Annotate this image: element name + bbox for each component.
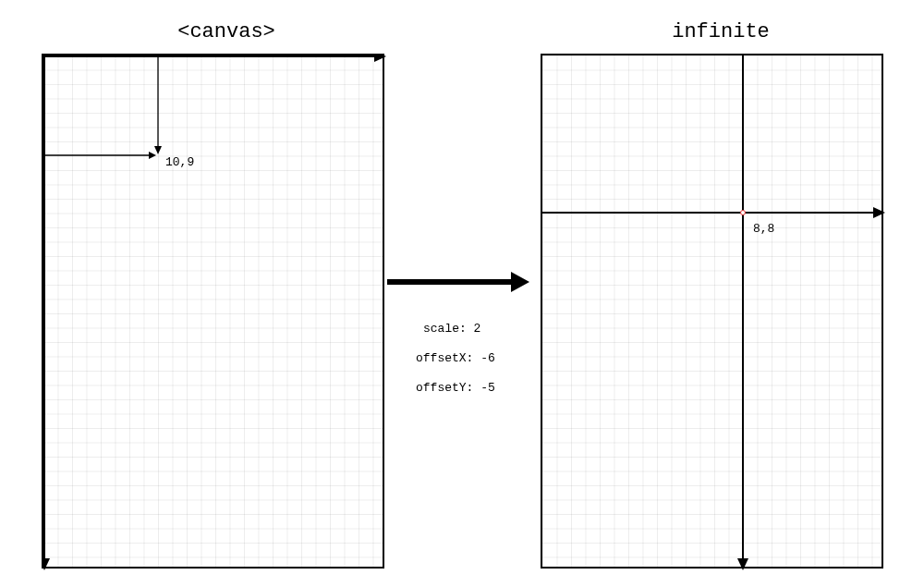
svg-marker-5	[149, 152, 156, 159]
left-panel-title: <canvas>	[143, 20, 310, 43]
right-panel: 8,8	[541, 54, 883, 569]
svg-marker-1	[374, 55, 386, 62]
origin-dot-icon	[740, 210, 746, 215]
offsetx-label: offsetX: -6	[416, 351, 495, 365]
scale-label: scale: 2	[423, 322, 480, 336]
right-panel-title: infinite	[638, 20, 804, 43]
right-point-label: 8,8	[753, 222, 774, 236]
svg-marker-13	[737, 558, 748, 570]
svg-marker-9	[511, 272, 529, 292]
svg-marker-11	[873, 207, 885, 218]
svg-marker-7	[154, 146, 162, 154]
svg-marker-3	[43, 558, 50, 570]
right-panel-axes-svg	[542, 55, 885, 570]
left-point-label: 10,9	[165, 155, 194, 169]
center-arrow-icon	[383, 268, 531, 296]
left-panel-axes-svg	[43, 55, 386, 570]
left-panel: 10,9	[42, 54, 384, 569]
offsety-label: offsetY: -5	[416, 381, 495, 395]
